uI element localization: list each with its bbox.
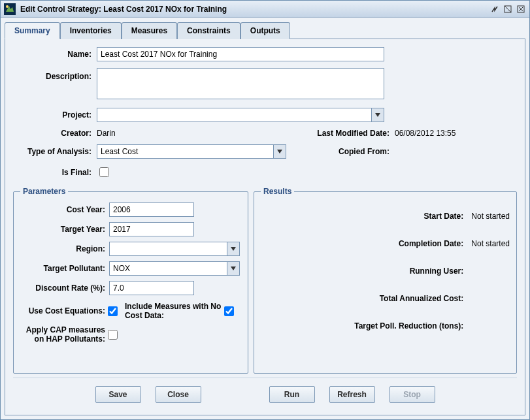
- parameters-legend: Parameters: [20, 187, 68, 196]
- apply-cap-label: Apply CAP measures on HAP Pollutants:: [20, 325, 105, 344]
- description-input[interactable]: [97, 68, 384, 99]
- discount-rate-input[interactable]: [109, 281, 194, 295]
- cost-year-input[interactable]: [109, 202, 194, 217]
- region-label: Region:: [20, 244, 105, 253]
- top-form: Name: Description: Project:: [13, 47, 517, 179]
- tab-panel-summary: Name: Description: Project:: [5, 39, 525, 415]
- parameters-fieldset: Parameters Cost Year: Target Year: Regio…: [13, 187, 248, 374]
- app-icon: [3, 3, 16, 16]
- tab-outputs[interactable]: Outputs: [240, 22, 290, 39]
- include-measures-checkbox[interactable]: [224, 306, 234, 316]
- completion-date-value: Not started: [471, 239, 510, 248]
- running-user-label: Running User:: [261, 267, 463, 276]
- creator-value: Darin: [97, 129, 286, 138]
- type-analysis-combo[interactable]: [97, 144, 286, 159]
- type-analysis-input[interactable]: [97, 144, 273, 159]
- project-combo[interactable]: [97, 108, 384, 122]
- titlebar: Edit Control Strategy: Least Cost 2017 N…: [1, 1, 529, 18]
- use-cost-eq-checkbox[interactable]: [108, 306, 118, 316]
- tab-summary[interactable]: Summary: [5, 22, 60, 39]
- use-cost-eq-label: Use Cost Equations:: [20, 306, 105, 315]
- include-measures-label: Include Measures with No Cost Data:: [125, 302, 222, 320]
- tab-constraints[interactable]: Constraints: [177, 22, 240, 39]
- run-button[interactable]: Run: [269, 386, 315, 403]
- creator-label: Creator:: [13, 129, 91, 138]
- discount-rate-label: Discount Rate (%):: [20, 283, 105, 293]
- name-input[interactable]: [97, 47, 384, 61]
- fieldsets-row: Parameters Cost Year: Target Year: Regio…: [13, 187, 517, 374]
- last-modified-value: 06/08/2012 13:55: [395, 129, 517, 138]
- total-cost-label: Total Annualized Cost:: [261, 294, 463, 303]
- start-date-label: Start Date:: [261, 212, 463, 221]
- chevron-down-icon[interactable]: [273, 144, 286, 159]
- is-final-label: Is Final:: [13, 168, 91, 177]
- button-bar: Save Close Run Refresh Stop: [13, 378, 517, 407]
- chevron-down-icon[interactable]: [227, 242, 240, 256]
- save-button[interactable]: Save: [95, 386, 141, 403]
- region-input[interactable]: [109, 242, 227, 256]
- project-input[interactable]: [97, 108, 371, 122]
- chevron-down-icon[interactable]: [371, 108, 384, 122]
- window-title: Edit Control Strategy: Least Cost 2017 N…: [20, 5, 488, 14]
- iconify-icon[interactable]: [489, 3, 501, 15]
- description-label: Description:: [13, 68, 91, 81]
- results-fieldset: Results Start Date: Not started Completi…: [254, 187, 517, 374]
- tab-inventories[interactable]: Inventories: [60, 22, 122, 39]
- tabbar: Summary Inventories Measures Constraints…: [5, 22, 525, 39]
- region-combo[interactable]: [109, 242, 240, 256]
- project-label: Project:: [13, 110, 91, 120]
- tab-measures[interactable]: Measures: [122, 22, 177, 39]
- close-icon[interactable]: [515, 3, 527, 15]
- svg-point-1: [6, 5, 8, 8]
- target-pollutant-label: Target Pollutant:: [20, 264, 105, 273]
- is-final-checkbox[interactable]: [99, 167, 109, 177]
- start-date-value: Not started: [471, 212, 510, 221]
- copied-from-label: Copied From:: [291, 147, 389, 156]
- completion-date-label: Completion Date:: [261, 239, 463, 248]
- target-year-label: Target Year:: [20, 225, 105, 234]
- maximize-icon[interactable]: [502, 3, 514, 15]
- target-year-input[interactable]: [109, 222, 194, 236]
- chevron-down-icon[interactable]: [227, 261, 240, 276]
- apply-cap-checkbox[interactable]: [108, 330, 118, 340]
- stop-button[interactable]: Stop: [389, 386, 435, 403]
- window-frame: Edit Control Strategy: Least Cost 2017 N…: [0, 0, 530, 420]
- cost-year-label: Cost Year:: [20, 205, 105, 214]
- name-label: Name:: [13, 50, 91, 59]
- type-analysis-label: Type of Analysis:: [13, 147, 91, 156]
- results-legend: Results: [261, 187, 294, 196]
- close-button[interactable]: Close: [156, 386, 201, 403]
- target-pollutant-combo[interactable]: [109, 261, 240, 276]
- target-reduction-label: Target Poll. Reduction (tons):: [261, 321, 463, 331]
- refresh-button[interactable]: Refresh: [329, 386, 375, 403]
- target-pollutant-input[interactable]: [109, 261, 227, 276]
- last-modified-label: Last Modified Date:: [291, 129, 389, 138]
- content-area: Summary Inventories Measures Constraints…: [1, 18, 529, 419]
